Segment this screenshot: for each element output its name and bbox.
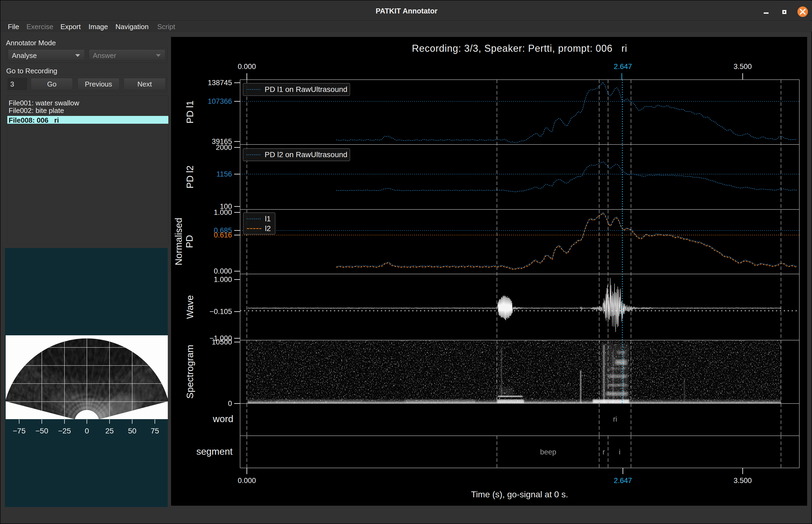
svg-text:PD l2: PD l2 xyxy=(185,165,195,189)
svg-text:0.616: 0.616 xyxy=(214,231,232,239)
svg-text:0: 0 xyxy=(228,399,232,408)
svg-text:−50: −50 xyxy=(35,427,48,435)
svg-text:25: 25 xyxy=(105,427,114,435)
svg-text:beep: beep xyxy=(540,448,556,456)
svg-text:2000: 2000 xyxy=(216,143,232,151)
svg-text:Wave: Wave xyxy=(185,295,195,319)
svg-text:i: i xyxy=(619,448,620,456)
svg-text:word: word xyxy=(212,413,233,424)
svg-text:ri: ri xyxy=(613,415,617,423)
svg-text:PD: PD xyxy=(184,235,194,248)
svg-text:l1: l1 xyxy=(265,215,271,223)
svg-text:PD l1: PD l1 xyxy=(185,100,195,124)
svg-text:10500: 10500 xyxy=(212,338,232,346)
svg-text:1156: 1156 xyxy=(216,170,232,178)
svg-text:−25: −25 xyxy=(58,427,71,435)
svg-text:Recording: 3/3, Speaker: Pertt: Recording: 3/3, Speaker: Pertti, prompt:… xyxy=(412,43,627,54)
svg-text:3.500: 3.500 xyxy=(733,63,752,71)
svg-text:PD l2 on RawUltrasound: PD l2 on RawUltrasound xyxy=(265,150,348,159)
svg-text:Time (s), go-signal at 0 s.: Time (s), go-signal at 0 s. xyxy=(471,490,568,499)
svg-text:2.647: 2.647 xyxy=(614,63,632,71)
svg-text:−0.105: −0.105 xyxy=(210,308,232,316)
svg-text:1.000: 1.000 xyxy=(214,276,232,283)
svg-text:l2: l2 xyxy=(265,224,271,233)
svg-text:50: 50 xyxy=(128,427,136,435)
svg-text:r: r xyxy=(603,448,605,456)
svg-text:PD l1 on RawUltrasound: PD l1 on RawUltrasound xyxy=(265,85,348,94)
svg-text:107366: 107366 xyxy=(208,97,232,105)
svg-text:75: 75 xyxy=(150,427,159,435)
svg-text:2.647: 2.647 xyxy=(614,477,632,485)
svg-text:0.000: 0.000 xyxy=(238,63,256,71)
svg-text:3.500: 3.500 xyxy=(733,477,752,485)
svg-text:0.000: 0.000 xyxy=(214,267,232,275)
svg-text:−75: −75 xyxy=(13,427,26,435)
svg-text:138745: 138745 xyxy=(208,79,232,87)
svg-text:0.000: 0.000 xyxy=(238,477,256,485)
svg-text:Normalised: Normalised xyxy=(173,218,184,265)
svg-text:0: 0 xyxy=(85,427,89,435)
svg-text:Spectrogram: Spectrogram xyxy=(185,345,195,399)
svg-text:1.000: 1.000 xyxy=(214,208,232,216)
svg-text:segment: segment xyxy=(196,446,233,457)
